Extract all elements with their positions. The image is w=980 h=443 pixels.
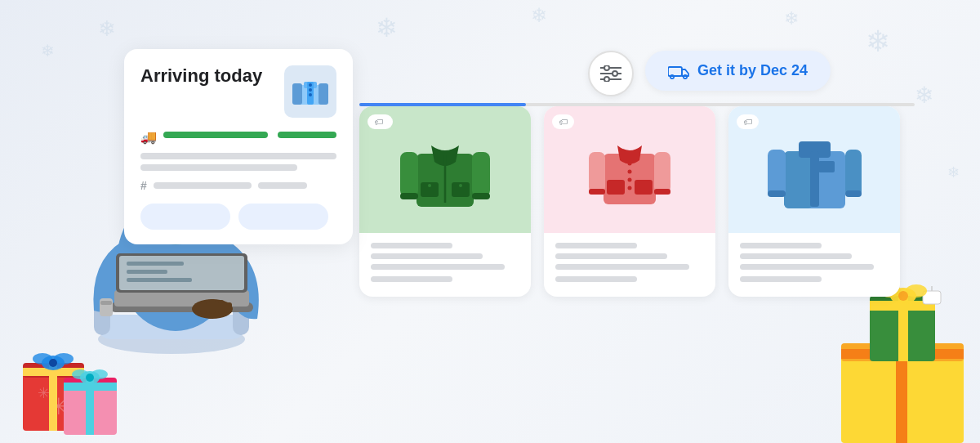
svg-rect-30 [607, 180, 625, 195]
tag-icon-green: 🏷 [374, 117, 383, 127]
jacket-thumbnail [284, 65, 336, 118]
pink-jacket-svg [589, 123, 670, 217]
svg-rect-2 [292, 83, 302, 105]
svg-point-5 [309, 83, 312, 87]
svg-rect-37 [654, 189, 670, 195]
svg-point-9 [604, 65, 609, 70]
svg-point-87 [91, 369, 108, 379]
delivery-truck-icon [668, 63, 689, 79]
card-buttons [140, 204, 336, 230]
product-line-b2 [740, 253, 852, 259]
product-image-area-pink: 🏷 [544, 106, 715, 233]
product-line-b1 [740, 243, 822, 248]
hash-line-1 [154, 182, 252, 189]
svg-point-34 [628, 178, 632, 182]
filter-button[interactable] [588, 51, 634, 96]
svg-rect-69 [200, 301, 207, 314]
product-line-3 [371, 264, 505, 270]
get-it-by-dec24-button[interactable]: Get it by Dec 24 [645, 51, 831, 91]
product-card-blue[interactable]: 🏷 [728, 106, 900, 297]
svg-rect-46 [845, 190, 862, 197]
tag-icon-pink: 🏷 [559, 117, 568, 127]
product-line-1 [371, 243, 452, 248]
product-line-b3 [740, 264, 874, 270]
svg-rect-44 [810, 151, 819, 207]
gray-bar-2 [140, 164, 297, 171]
get-it-label: Get it by Dec 24 [697, 62, 808, 79]
svg-rect-74 [100, 301, 112, 305]
svg-point-16 [684, 74, 687, 78]
progress-section [140, 153, 336, 171]
green-jacket-svg [400, 121, 490, 219]
progress-green-partial [278, 132, 336, 138]
svg-point-86 [72, 369, 88, 379]
svg-rect-66 [127, 270, 167, 274]
svg-point-105 [906, 284, 927, 298]
product-info-green [359, 233, 531, 297]
product-card-pink[interactable]: 🏷 [544, 106, 715, 297]
tag-badge-blue: 🏷 [737, 114, 759, 129]
product-line-p4 [555, 276, 637, 282]
svg-rect-40 [845, 150, 862, 197]
tag-badge-green: 🏷 [368, 114, 393, 129]
hash-line-2 [258, 182, 307, 189]
product-line-b4 [740, 276, 822, 282]
card-button-2[interactable] [238, 204, 328, 230]
svg-rect-39 [784, 151, 813, 208]
svg-point-33 [628, 170, 632, 174]
svg-rect-41 [768, 150, 786, 197]
svg-rect-29 [654, 152, 670, 193]
svg-point-7 [309, 93, 312, 96]
hash-symbol: # [140, 179, 147, 192]
svg-point-35 [628, 186, 632, 190]
svg-point-24 [459, 184, 462, 187]
svg-rect-65 [127, 262, 184, 266]
product-line-2 [371, 253, 483, 259]
arriving-card: Arriving today 🚚 # [124, 49, 353, 244]
card-top: Arriving today [140, 65, 336, 118]
svg-rect-36 [589, 189, 605, 195]
svg-point-23 [428, 184, 431, 187]
tag-badge-pink: 🏷 [552, 114, 574, 129]
gray-bar-1 [140, 153, 336, 159]
svg-point-88 [86, 374, 94, 382]
product-image-area-blue: 🏷 [728, 106, 900, 233]
svg-rect-18 [400, 152, 418, 197]
svg-rect-72 [226, 302, 232, 313]
product-info-pink [544, 233, 715, 297]
jacket-thumb-svg [292, 74, 328, 110]
truck-icon: 🚚 [140, 129, 157, 145]
svg-point-11 [612, 71, 617, 76]
product-line-4 [371, 276, 452, 282]
card-button-1[interactable] [140, 204, 230, 230]
product-line-p3 [555, 264, 689, 270]
product-line-p2 [555, 253, 667, 259]
svg-rect-70 [209, 299, 216, 314]
svg-point-13 [604, 77, 609, 82]
arriving-title: Arriving today [140, 65, 262, 87]
progress-green-full [163, 132, 268, 138]
svg-rect-45 [768, 190, 786, 197]
blue-jacket-svg [768, 119, 862, 221]
svg-rect-31 [635, 180, 653, 195]
svg-rect-19 [472, 152, 490, 197]
svg-rect-71 [218, 300, 225, 314]
progress-bar-line [359, 103, 915, 106]
svg-rect-67 [127, 278, 192, 282]
svg-rect-25 [400, 193, 418, 199]
svg-rect-26 [472, 193, 490, 199]
progress-bar-fill [359, 103, 526, 106]
product-card-green[interactable]: 🏷 [359, 106, 531, 297]
product-info-blue [728, 233, 900, 297]
svg-rect-14 [668, 67, 682, 76]
svg-rect-3 [318, 83, 328, 105]
product-image-area-green: 🏷 [359, 106, 531, 233]
svg-point-6 [309, 88, 312, 92]
hash-row: # [140, 179, 336, 192]
product-line-p1 [555, 243, 637, 248]
product-grid: 🏷 [359, 106, 900, 297]
gift-boxes-right [817, 280, 980, 443]
svg-rect-28 [589, 152, 605, 193]
svg-point-15 [670, 74, 674, 78]
tag-icon-blue: 🏷 [743, 117, 752, 127]
